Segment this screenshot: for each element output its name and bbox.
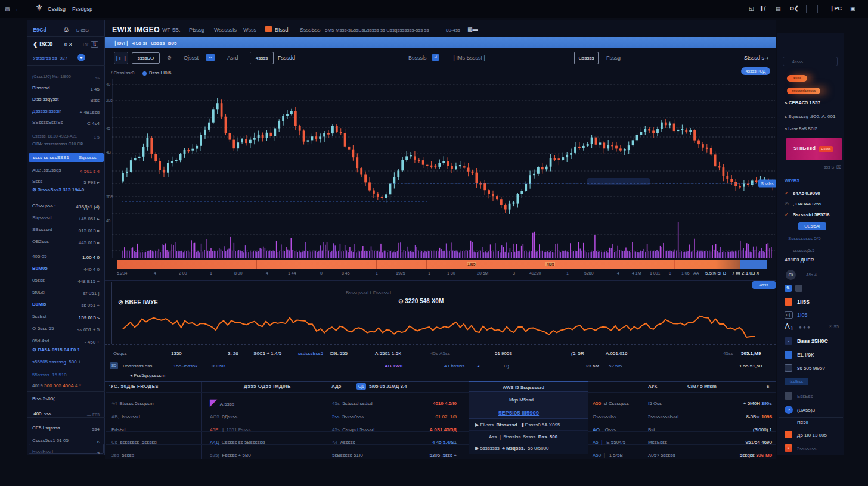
svg-text:Ѕ ѕѕІѕѕ: Ѕ ѕѕІѕѕ	[761, 182, 774, 186]
